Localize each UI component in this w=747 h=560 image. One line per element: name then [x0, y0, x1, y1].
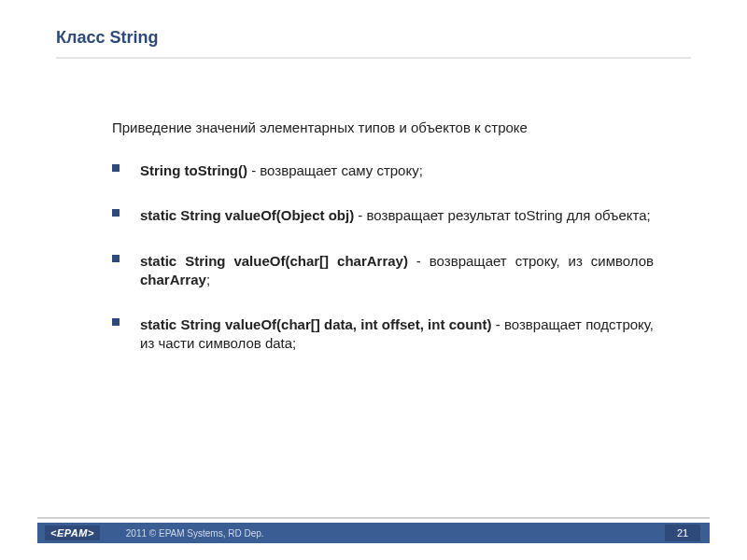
logo: <EPAM>: [45, 525, 100, 540]
method-signature: static String valueOf(char[] charArray): [140, 253, 408, 269]
bullet-icon: [112, 255, 120, 262]
bullet-icon: [112, 164, 120, 172]
method-signature: String toString(): [140, 162, 247, 178]
divider: [56, 57, 691, 59]
slide: Класс String Приведение значений элемент…: [0, 0, 747, 560]
method-signature: static String valueOf(Object obj): [140, 207, 354, 223]
list-item: static String valueOf(char[] charArray) …: [112, 252, 654, 290]
copyright: 2011 © EPAM Systems, RD Dep.: [126, 528, 264, 539]
method-desc: - возвращает саму строку;: [247, 162, 423, 178]
footer-divider: [37, 517, 710, 519]
method-desc: - возвращает строку, из символов: [408, 253, 654, 269]
footer: <EPAM> 2011 © EPAM Systems, RD Dep. 21: [0, 517, 747, 543]
list-item: static String valueOf(Object obj) - возв…: [112, 206, 654, 225]
method-signature: static String valueOf(char[] data, int o…: [140, 316, 491, 332]
list-item: String toString() - возвращает саму стро…: [112, 161, 654, 180]
list-item: static String valueOf(char[] data, int o…: [112, 315, 654, 354]
method-desc-tail: ;: [206, 272, 210, 287]
footer-bar: <EPAM> 2011 © EPAM Systems, RD Dep. 21: [37, 523, 710, 543]
method-desc: - возвращает результат toString для объе…: [354, 207, 651, 223]
bullet-icon: [112, 209, 120, 217]
bullet-icon: [112, 318, 120, 326]
slide-title: Класс String: [56, 28, 691, 48]
page-number: 21: [665, 525, 700, 541]
intro-text: Приведение значений элементарных типов и…: [112, 119, 654, 135]
param-name: charArray: [140, 272, 206, 287]
bullet-list: String toString() - возвращает саму стро…: [112, 161, 654, 354]
